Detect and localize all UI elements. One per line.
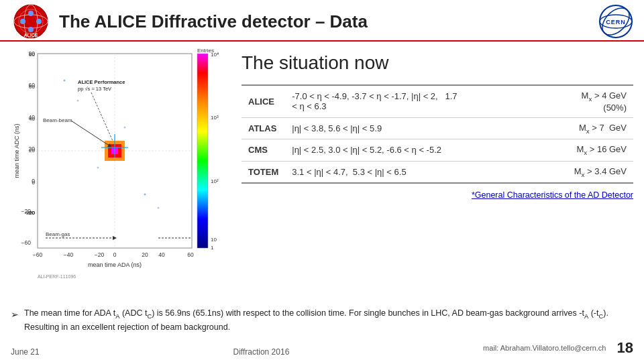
svg-text:10²: 10² bbox=[211, 178, 219, 184]
svg-text:80: 80 bbox=[29, 50, 36, 57]
svg-text:Entries: Entries bbox=[197, 48, 214, 54]
svg-text:0: 0 bbox=[32, 178, 35, 184]
mx-value: Mx > 4 GeV(50%) bbox=[539, 85, 633, 117]
svg-point-52 bbox=[64, 80, 66, 82]
svg-text:60: 60 bbox=[29, 82, 36, 88]
svg-text:CERN: CERN bbox=[606, 19, 626, 25]
footer-right: mail: Abraham.Villatoro.tello@cern.ch 18 bbox=[483, 339, 633, 357]
table-row: ALICE -7.0 < η < -4.9, -3.7 < η < -1.7, … bbox=[241, 85, 633, 117]
footer-page-number: 18 bbox=[617, 339, 633, 357]
svg-text:mean time ADA (ns): mean time ADA (ns) bbox=[88, 261, 142, 268]
alice-logo: ALICE bbox=[13, 4, 48, 39]
svg-text:10³: 10³ bbox=[211, 115, 219, 121]
experiment-name: CMS bbox=[241, 139, 285, 162]
footer-email: mail: Abraham.Villatoro.tello@cern.ch bbox=[483, 344, 606, 352]
svg-point-7 bbox=[36, 19, 42, 24]
mx-value: Mx > 16 GeV bbox=[539, 139, 633, 162]
svg-text:10: 10 bbox=[211, 237, 217, 243]
svg-text:Beam-gas: Beam-gas bbox=[46, 231, 70, 237]
experiment-name: TOTEM bbox=[241, 161, 285, 183]
svg-point-5 bbox=[28, 27, 34, 32]
scatter-plot: 10⁴ 10³ 10² 10 1 Entries 80 60 40 20 0 −… bbox=[11, 47, 219, 285]
bottom-section: ➢ The mean time for ADA tA (ADC tC) is 5… bbox=[0, 303, 644, 337]
svg-text:0: 0 bbox=[113, 251, 117, 258]
svg-text:Beam-beam: Beam-beam bbox=[43, 117, 72, 123]
footer: June 21 Diffraction 2016 mail: Abraham.V… bbox=[0, 339, 644, 357]
svg-point-57 bbox=[124, 127, 126, 129]
svg-text:1: 1 bbox=[211, 245, 214, 251]
svg-text:pp √s = 13 TeV: pp √s = 13 TeV bbox=[78, 86, 111, 92]
header: ALICE The ALICE Diffractive detector – D… bbox=[0, 0, 644, 42]
svg-text:ALICE Performance: ALICE Performance bbox=[78, 79, 125, 85]
situation-now-title: The situation now bbox=[241, 52, 633, 74]
plot-area: 10⁴ 10³ 10² 10 1 Entries 80 60 40 20 0 −… bbox=[11, 47, 225, 298]
svg-text:−20: −20 bbox=[95, 251, 105, 258]
svg-text:ALICE: ALICE bbox=[24, 33, 38, 38]
table-row: ATLAS |η| < 3.8, 5.6 < |η| < 5.9 Mx > 7 … bbox=[241, 117, 633, 139]
general-chars-link[interactable]: *General Characteristics of the AD Detec… bbox=[241, 190, 633, 200]
svg-text:−40: −40 bbox=[64, 251, 74, 258]
table-row: CMS |η| < 2.5, 3.0 < |η| < 5.2, -6.6 < η… bbox=[241, 139, 633, 162]
eta-range: 3.1 < |η| < 4.7, 5.3 < |η| < 6.5 bbox=[285, 161, 539, 183]
svg-text:ALI-PERF-111096: ALI-PERF-111096 bbox=[38, 274, 76, 279]
svg-text:40: 40 bbox=[29, 114, 36, 121]
cern-logo-container: CERN bbox=[593, 5, 633, 38]
footer-conference: Diffraction 2016 bbox=[233, 347, 289, 357]
mx-value: Mx > 3.4 GeV bbox=[539, 161, 633, 183]
experiment-name: ALICE bbox=[241, 85, 285, 117]
svg-point-56 bbox=[97, 167, 99, 169]
bullet-content: The mean time for ADA tA (ADC tC) is 56.… bbox=[24, 307, 633, 333]
page-title: The ALICE Diffractive detector – Data bbox=[59, 11, 593, 32]
svg-text:−20: −20 bbox=[21, 208, 32, 215]
right-content: The situation now ALICE -7.0 < η < -4.9,… bbox=[225, 47, 633, 298]
svg-text:mean time ADC (ns): mean time ADC (ns) bbox=[13, 123, 20, 178]
bullet-icon: ➢ bbox=[11, 308, 19, 322]
experiment-table: ALICE -7.0 < η < -4.9, -3.7 < η < -1.7, … bbox=[241, 84, 633, 184]
svg-text:40: 40 bbox=[158, 251, 165, 258]
eta-range: -7.0 < η < -4.9, -3.7 < η < -1.7, |η| < … bbox=[285, 85, 539, 117]
svg-text:60: 60 bbox=[187, 251, 194, 258]
svg-rect-14 bbox=[197, 54, 208, 248]
footer-date: June 21 bbox=[11, 347, 40, 357]
svg-point-4 bbox=[28, 11, 34, 16]
eta-range: |η| < 3.8, 5.6 < |η| < 5.9 bbox=[285, 117, 539, 139]
cern-logo: CERN bbox=[598, 4, 633, 39]
alice-logo-container: ALICE bbox=[11, 5, 51, 38]
eta-range: |η| < 2.5, 3.0 < |η| < 5.2, -6.6 < η < -… bbox=[285, 139, 539, 162]
svg-point-53 bbox=[77, 100, 79, 102]
svg-point-6 bbox=[20, 19, 25, 24]
svg-text:−60: −60 bbox=[21, 239, 32, 246]
svg-point-55 bbox=[158, 207, 160, 209]
main-content: 10⁴ 10³ 10² 10 1 Entries 80 60 40 20 0 −… bbox=[0, 42, 644, 303]
svg-point-54 bbox=[144, 194, 146, 196]
bullet-paragraph: ➢ The mean time for ADA tA (ADC tC) is 5… bbox=[11, 307, 633, 333]
svg-text:20: 20 bbox=[142, 251, 148, 258]
mx-value: Mx > 7 GeV bbox=[539, 117, 633, 139]
plot-container: 10⁴ 10³ 10² 10 1 Entries 80 60 40 20 0 −… bbox=[11, 47, 219, 288]
svg-text:20: 20 bbox=[29, 145, 36, 152]
experiment-name: ATLAS bbox=[241, 117, 285, 139]
table-row: TOTEM 3.1 < |η| < 4.7, 5.3 < |η| < 6.5 M… bbox=[241, 161, 633, 183]
svg-text:−60: −60 bbox=[33, 251, 43, 258]
